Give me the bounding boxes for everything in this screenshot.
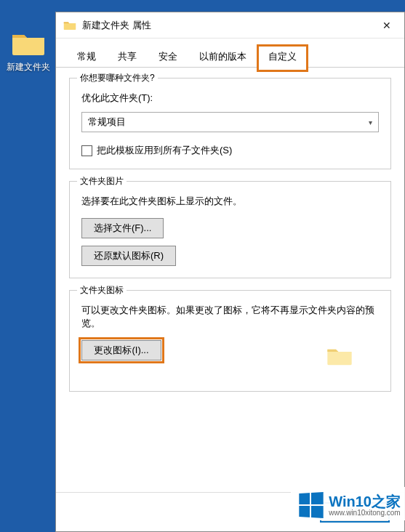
picture-desc: 选择要在此文件夹图标上显示的文件。: [81, 195, 379, 208]
close-icon: ✕: [382, 20, 391, 31]
choose-file-button[interactable]: 选择文件(F)...: [81, 218, 164, 238]
tab-security[interactable]: 安全: [148, 45, 188, 68]
tab-strip: 常规 共享 安全 以前的版本 自定义: [56, 39, 404, 68]
group-optimize-title: 你想要哪种文件夹?: [77, 72, 158, 84]
folder-preview-icon: [325, 342, 354, 369]
folder-icon: [11, 31, 46, 57]
group-picture: 文件夹图片 选择要在此文件夹图标上显示的文件。 选择文件(F)... 还原默认图…: [69, 181, 391, 278]
folder-icon: [63, 20, 76, 31]
watermark-url: www.win10xitong.com: [329, 509, 401, 517]
group-optimize: 你想要哪种文件夹? 优化此文件夹(T): 常规项目 ▾ 把此模板应用到所有子文件…: [69, 78, 391, 169]
apply-subfolders-label: 把此模板应用到所有子文件夹(S): [97, 144, 232, 157]
close-button[interactable]: ✕: [369, 12, 404, 38]
properties-dialog: 新建文件夹 属性 ✕ 常规 共享 安全 以前的版本 自定义 你想要哪种文件夹? …: [55, 12, 405, 532]
desktop-folder-label: 新建文件夹: [7, 62, 50, 72]
restore-default-button[interactable]: 还原默认图标(R): [81, 246, 176, 266]
titlebar: 新建文件夹 属性 ✕: [56, 12, 404, 39]
apply-subfolders-row[interactable]: 把此模板应用到所有子文件夹(S): [81, 144, 379, 157]
icon-desc: 可以更改文件夹图标。如果更改了图标，它将不再显示文件夹内容的预览。: [81, 304, 379, 330]
dialog-title: 新建文件夹 属性: [82, 19, 151, 32]
optimize-label: 优化此文件夹(T):: [81, 92, 379, 105]
apply-subfolders-checkbox[interactable]: [81, 145, 92, 156]
desktop-folder[interactable]: 新建文件夹: [6, 31, 51, 73]
windows-logo-icon: [300, 492, 324, 518]
optimize-select[interactable]: 常规项目 ▾: [81, 112, 379, 132]
group-picture-title: 文件夹图片: [77, 175, 127, 188]
group-icon: 文件夹图标 可以更改文件夹图标。如果更改了图标，它将不再显示文件夹内容的预览。 …: [69, 290, 391, 392]
tab-general[interactable]: 常规: [66, 45, 107, 68]
optimize-selected-value: 常规项目: [88, 116, 126, 129]
watermark-brand: Win10之家: [329, 494, 401, 509]
change-icon-button[interactable]: 更改图标(I)...: [81, 340, 161, 360]
watermark: Win10之家 www.win10xitong.com: [291, 487, 405, 520]
tab-customize[interactable]: 自定义: [257, 45, 308, 68]
chevron-down-icon: ▾: [369, 118, 372, 126]
group-icon-title: 文件夹图标: [77, 284, 127, 297]
tab-previous-versions[interactable]: 以前的版本: [188, 45, 257, 68]
tab-content: 你想要哪种文件夹? 优化此文件夹(T): 常规项目 ▾ 把此模板应用到所有子文件…: [56, 68, 404, 492]
tab-sharing[interactable]: 共享: [107, 45, 148, 68]
